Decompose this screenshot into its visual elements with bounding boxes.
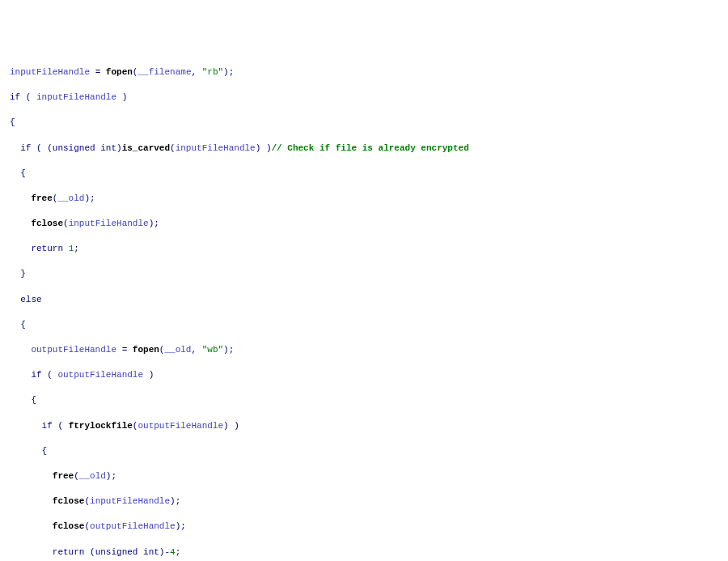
fn-call: ftrylockfile [69,421,133,431]
variable: inputFileHandle [36,92,116,102]
code-line: { [10,117,728,130]
code-line: fclose(outputFileHandle); [10,521,728,533]
variable: outputFileHandle [31,345,116,355]
arg: __filename [138,67,191,77]
fn-call: fclose [53,496,85,506]
fn-call: fopen [106,67,133,77]
code-line: if ( inputFileHandle ) [10,91,728,104]
code-line: free(__old); [10,470,728,483]
fn-call: fclose [31,219,63,228]
code-block: inputFileHandle = fopen(__filename, "rb"… [10,53,728,561]
comment: // Check if file is already encrypted [272,143,469,153]
fn-call: free [31,193,52,203]
code-line: fclose(inputFileHandle); [10,218,728,231]
arg: inputFileHandle [90,496,170,506]
arg: inputFileHandle [176,143,256,153]
code-line: { [10,394,728,407]
arg: __old [57,193,84,203]
variable: inputFileHandle [10,67,90,77]
arg: outputFileHandle [138,421,223,431]
code-line: return (unsigned int)-4; [10,546,728,559]
fn-call: fopen [133,345,159,355]
code-line: fclose(inputFileHandle); [10,495,728,508]
fn-call: fclose [53,521,85,531]
arg: outputFileHandle [90,521,176,531]
arg: __old [79,471,106,481]
arg: __old [164,345,191,355]
variable: outputFileHandle [57,370,143,380]
code-line: else [10,294,728,307]
string: "rb" [202,67,223,77]
code-line: if ( outputFileHandle ) [10,369,728,382]
code-line: outputFileHandle = fopen(__old, "wb"); [10,344,728,357]
code-line: { [10,168,728,181]
code-line: inputFileHandle = fopen(__filename, "rb"… [10,66,728,79]
code-line: if ( ftrylockfile(outputFileHandle) ) [10,420,728,433]
code-line: return 1; [10,243,728,256]
fn-call: free [53,471,74,481]
number: 4 [170,547,176,557]
fn-call: is_carved [122,143,170,153]
code-line: } [10,268,728,281]
code-line: { [10,445,728,458]
code-line: free(__old); [10,193,728,206]
number: 1 [69,244,74,253]
string: "wb" [202,345,223,355]
code-line: if ( (unsigned int)is_carved(inputFileHa… [10,142,728,155]
code-line: { [10,319,728,332]
arg: inputFileHandle [69,219,149,228]
